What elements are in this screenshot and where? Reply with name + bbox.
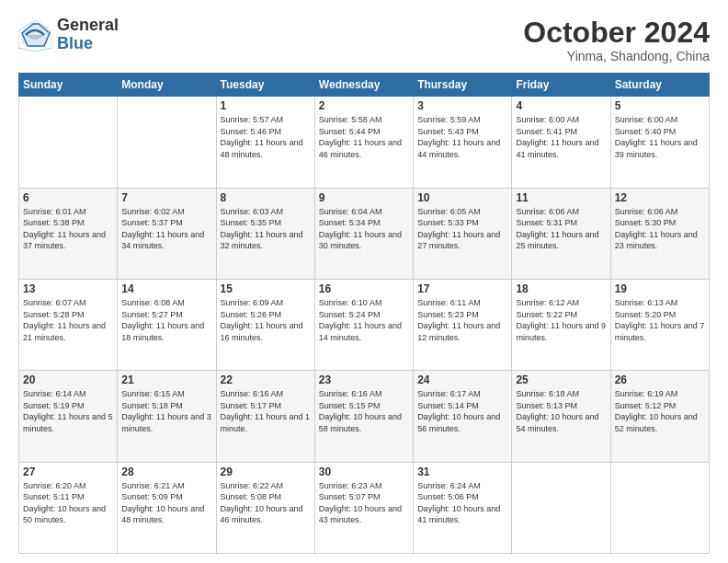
day-info: Sunrise: 6:10 AM Sunset: 5:24 PM Dayligh… [319, 297, 409, 343]
day-number: 3 [417, 99, 507, 112]
day-info: Sunrise: 6:14 AM Sunset: 5:19 PM Dayligh… [23, 388, 113, 434]
day-info: Sunrise: 6:01 AM Sunset: 5:38 PM Dayligh… [23, 206, 113, 252]
day-number: 22 [221, 373, 311, 386]
calendar-cell: 20Sunrise: 6:14 AM Sunset: 5:19 PM Dayli… [19, 371, 118, 462]
calendar-body: 1Sunrise: 5:57 AM Sunset: 5:46 PM Daylig… [19, 97, 710, 554]
day-number: 17 [417, 282, 507, 295]
calendar-cell: 9Sunrise: 6:04 AM Sunset: 5:34 PM Daylig… [314, 188, 413, 279]
day-info: Sunrise: 6:21 AM Sunset: 5:09 PM Dayligh… [121, 480, 211, 526]
calendar-cell: 24Sunrise: 6:17 AM Sunset: 5:14 PM Dayli… [414, 371, 512, 462]
day-number: 27 [23, 465, 113, 478]
calendar-week-1: 6Sunrise: 6:01 AM Sunset: 5:38 PM Daylig… [19, 188, 710, 279]
calendar-cell: 15Sunrise: 6:09 AM Sunset: 5:26 PM Dayli… [216, 279, 314, 370]
day-number: 6 [23, 191, 113, 204]
logo-text: General Blue [57, 17, 119, 53]
calendar-cell: 28Sunrise: 6:21 AM Sunset: 5:09 PM Dayli… [118, 462, 216, 553]
logo-blue: Blue [57, 35, 119, 53]
day-info: Sunrise: 6:16 AM Sunset: 5:17 PM Dayligh… [221, 388, 311, 434]
calendar-cell: 11Sunrise: 6:06 AM Sunset: 5:31 PM Dayli… [512, 188, 610, 279]
calendar-cell: 30Sunrise: 6:23 AM Sunset: 5:07 PM Dayli… [314, 462, 413, 553]
day-number: 12 [615, 191, 705, 204]
calendar-cell: 27Sunrise: 6:20 AM Sunset: 5:11 PM Dayli… [19, 462, 118, 553]
day-info: Sunrise: 6:23 AM Sunset: 5:07 PM Dayligh… [319, 480, 409, 526]
day-info: Sunrise: 5:59 AM Sunset: 5:43 PM Dayligh… [417, 114, 507, 160]
header-tuesday: Tuesday [216, 74, 314, 97]
day-number: 18 [516, 282, 606, 295]
calendar-cell: 16Sunrise: 6:10 AM Sunset: 5:24 PM Dayli… [314, 279, 413, 370]
day-info: Sunrise: 6:24 AM Sunset: 5:06 PM Dayligh… [417, 480, 507, 526]
calendar-cell: 31Sunrise: 6:24 AM Sunset: 5:06 PM Dayli… [414, 462, 512, 553]
calendar-cell: 4Sunrise: 6:00 AM Sunset: 5:41 PM Daylig… [512, 97, 610, 188]
logo-general: General [57, 17, 119, 35]
day-info: Sunrise: 6:18 AM Sunset: 5:13 PM Dayligh… [516, 388, 606, 434]
day-number: 26 [615, 373, 705, 386]
calendar-cell: 2Sunrise: 5:58 AM Sunset: 5:44 PM Daylig… [314, 97, 413, 188]
day-info: Sunrise: 6:09 AM Sunset: 5:26 PM Dayligh… [221, 297, 311, 343]
calendar-cell: 6Sunrise: 6:01 AM Sunset: 5:38 PM Daylig… [19, 188, 118, 279]
day-info: Sunrise: 6:11 AM Sunset: 5:23 PM Dayligh… [417, 297, 507, 343]
day-number: 15 [221, 282, 311, 295]
day-number: 10 [417, 191, 507, 204]
header-wednesday: Wednesday [314, 74, 413, 97]
calendar-cell: 17Sunrise: 6:11 AM Sunset: 5:23 PM Dayli… [414, 279, 512, 370]
day-info: Sunrise: 5:57 AM Sunset: 5:46 PM Dayligh… [221, 114, 311, 160]
day-number: 7 [121, 191, 211, 204]
day-info: Sunrise: 6:17 AM Sunset: 5:14 PM Dayligh… [417, 388, 507, 434]
day-info: Sunrise: 6:05 AM Sunset: 5:33 PM Dayligh… [417, 206, 507, 252]
day-number: 14 [121, 282, 211, 295]
calendar-cell: 23Sunrise: 6:16 AM Sunset: 5:15 PM Dayli… [314, 371, 413, 462]
day-info: Sunrise: 6:07 AM Sunset: 5:28 PM Dayligh… [23, 297, 113, 343]
day-info: Sunrise: 6:00 AM Sunset: 5:40 PM Dayligh… [615, 114, 705, 160]
day-info: Sunrise: 6:03 AM Sunset: 5:35 PM Dayligh… [221, 206, 311, 252]
title-block: October 2024 Yinma, Shandong, China [523, 17, 710, 63]
calendar-cell [512, 462, 610, 553]
day-info: Sunrise: 6:19 AM Sunset: 5:12 PM Dayligh… [615, 388, 705, 434]
calendar-week-2: 13Sunrise: 6:07 AM Sunset: 5:28 PM Dayli… [19, 279, 710, 370]
day-info: Sunrise: 5:58 AM Sunset: 5:44 PM Dayligh… [319, 114, 409, 160]
calendar-cell [610, 462, 709, 553]
calendar-cell: 19Sunrise: 6:13 AM Sunset: 5:20 PM Dayli… [610, 279, 709, 370]
day-number: 9 [319, 191, 409, 204]
header-monday: Monday [118, 74, 216, 97]
day-number: 31 [417, 465, 507, 478]
month-title: October 2024 [523, 17, 710, 49]
page: General Blue October 2024 Yinma, Shandon… [0, 0, 728, 563]
day-number: 24 [417, 373, 507, 386]
calendar-cell: 21Sunrise: 6:15 AM Sunset: 5:18 PM Dayli… [118, 371, 216, 462]
header: General Blue October 2024 Yinma, Shandon… [18, 17, 710, 63]
day-number: 23 [319, 373, 409, 386]
calendar-cell: 5Sunrise: 6:00 AM Sunset: 5:40 PM Daylig… [610, 97, 709, 188]
header-friday: Friday [512, 74, 610, 97]
calendar-cell: 8Sunrise: 6:03 AM Sunset: 5:35 PM Daylig… [216, 188, 314, 279]
calendar-week-0: 1Sunrise: 5:57 AM Sunset: 5:46 PM Daylig… [19, 97, 710, 188]
day-info: Sunrise: 6:13 AM Sunset: 5:20 PM Dayligh… [615, 297, 705, 343]
header-saturday: Saturday [610, 74, 709, 97]
day-number: 30 [319, 465, 409, 478]
day-number: 1 [221, 99, 311, 112]
header-thursday: Thursday [414, 74, 512, 97]
calendar-cell: 29Sunrise: 6:22 AM Sunset: 5:08 PM Dayli… [216, 462, 314, 553]
header-row: Sunday Monday Tuesday Wednesday Thursday… [19, 74, 710, 97]
day-number: 11 [516, 191, 606, 204]
calendar-week-3: 20Sunrise: 6:14 AM Sunset: 5:19 PM Dayli… [19, 371, 710, 462]
day-number: 16 [319, 282, 409, 295]
day-number: 2 [319, 99, 409, 112]
day-number: 5 [615, 99, 705, 112]
day-info: Sunrise: 6:02 AM Sunset: 5:37 PM Dayligh… [121, 206, 211, 252]
day-info: Sunrise: 6:00 AM Sunset: 5:41 PM Dayligh… [516, 114, 606, 160]
calendar-cell: 7Sunrise: 6:02 AM Sunset: 5:37 PM Daylig… [118, 188, 216, 279]
header-sunday: Sunday [19, 74, 118, 97]
day-info: Sunrise: 6:22 AM Sunset: 5:08 PM Dayligh… [221, 480, 311, 526]
day-number: 28 [121, 465, 211, 478]
day-info: Sunrise: 6:06 AM Sunset: 5:31 PM Dayligh… [516, 206, 606, 252]
calendar-cell: 13Sunrise: 6:07 AM Sunset: 5:28 PM Dayli… [19, 279, 118, 370]
calendar-cell: 22Sunrise: 6:16 AM Sunset: 5:17 PM Dayli… [216, 371, 314, 462]
day-number: 13 [23, 282, 113, 295]
day-number: 21 [121, 373, 211, 386]
day-info: Sunrise: 6:08 AM Sunset: 5:27 PM Dayligh… [121, 297, 211, 343]
calendar-cell: 1Sunrise: 5:57 AM Sunset: 5:46 PM Daylig… [216, 97, 314, 188]
day-info: Sunrise: 6:12 AM Sunset: 5:22 PM Dayligh… [516, 297, 606, 343]
calendar-cell [19, 97, 118, 188]
calendar-cell [118, 97, 216, 188]
day-info: Sunrise: 6:06 AM Sunset: 5:30 PM Dayligh… [615, 206, 705, 252]
